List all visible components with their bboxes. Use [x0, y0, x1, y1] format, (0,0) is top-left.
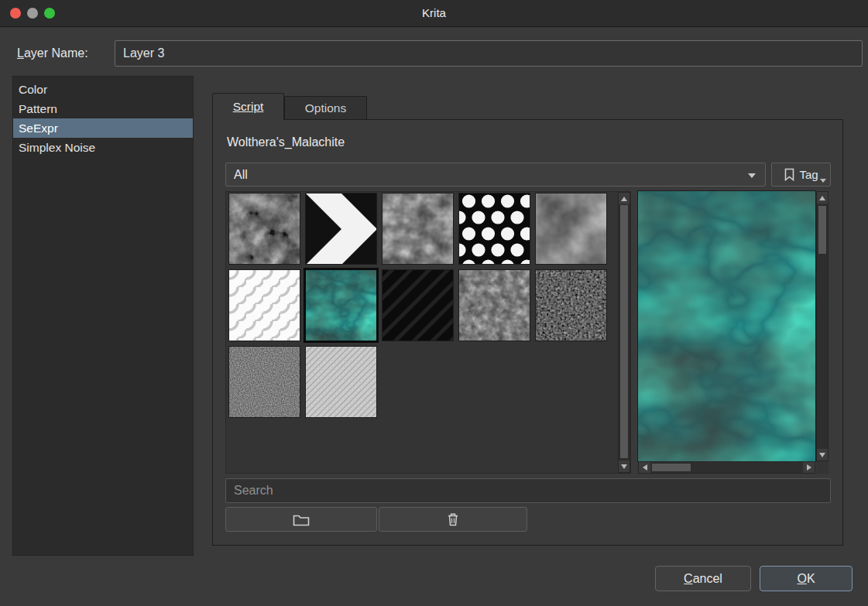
pattern-preview-pane: [638, 191, 829, 474]
preview-horizontal-scrollbar[interactable]: [638, 461, 815, 474]
layer-name-label: Layer Name:: [17, 40, 88, 67]
tab-script[interactable]: Script: [212, 93, 284, 120]
tab-script-label: Script: [233, 100, 264, 113]
list-item-pattern[interactable]: Pattern: [13, 99, 193, 118]
scroll-right-button[interactable]: [803, 462, 815, 473]
scrollbar-thumb[interactable]: [651, 463, 691, 472]
pattern-thumbnail-6[interactable]: [229, 270, 300, 341]
tab-options-label: Options: [305, 101, 346, 115]
titlebar: Krita: [0, 0, 868, 27]
tab-options[interactable]: Options: [284, 96, 367, 120]
list-item-seexpr[interactable]: SeExpr: [13, 118, 193, 138]
pattern-thumbnail-selected-malachite[interactable]: [306, 270, 376, 341]
list-item-color[interactable]: Color: [13, 80, 193, 99]
pattern-thumbnail-1[interactable]: [229, 193, 300, 264]
delete-resource-button[interactable]: [379, 507, 527, 532]
pattern-thumbnail-4[interactable]: [459, 193, 530, 264]
pattern-thumbnail-12[interactable]: [306, 347, 376, 417]
scrollbar-thumb[interactable]: [619, 204, 629, 459]
pattern-thumbnail-10[interactable]: [536, 270, 606, 341]
bookmark-icon: [784, 168, 795, 181]
window-title: Krita: [0, 0, 868, 26]
layer-name-input[interactable]: [115, 40, 863, 67]
pattern-thumbnail-8[interactable]: [383, 270, 453, 341]
folder-icon: [293, 512, 310, 526]
cancel-button[interactable]: Cancel: [655, 566, 751, 591]
tag-filter-value: All: [234, 168, 248, 181]
pattern-thumbnail-9[interactable]: [459, 270, 530, 341]
preview-vertical-scrollbar[interactable]: [816, 191, 829, 461]
tag-filter-combobox[interactable]: All: [225, 163, 766, 187]
scroll-down-button[interactable]: [817, 449, 828, 460]
pattern-preview-image: [638, 191, 815, 461]
ok-button[interactable]: OK: [760, 566, 853, 591]
pattern-thumbnail-11[interactable]: [229, 347, 300, 417]
seexpr-script-panel: Wolthera's_Malachite All Tag: [212, 119, 843, 546]
scrollbar-thumb[interactable]: [818, 205, 827, 255]
scroll-up-button[interactable]: [817, 192, 828, 204]
scroll-left-button[interactable]: [639, 462, 650, 473]
krita-dialog-window: Krita Layer Name: Color Pattern SeExpr S…: [0, 0, 868, 606]
pattern-thumbnail-3[interactable]: [383, 193, 453, 264]
pattern-grid: [225, 191, 631, 474]
scroll-down-button[interactable]: [619, 460, 630, 472]
pattern-thumbnail-5[interactable]: [536, 193, 606, 264]
scrollbar-corner: [816, 461, 829, 474]
chevron-down-icon: [820, 179, 826, 183]
tag-button[interactable]: Tag: [771, 163, 831, 187]
tag-button-label: Tag: [799, 168, 818, 181]
search-input[interactable]: [225, 478, 831, 503]
trash-icon: [447, 512, 459, 526]
generator-list: Color Pattern SeExpr Simplex Noise: [12, 76, 194, 556]
import-resource-button[interactable]: [225, 507, 377, 532]
pattern-thumbnail-2[interactable]: [306, 193, 376, 264]
grid-vertical-scrollbar[interactable]: [618, 192, 630, 473]
list-item-simplex-noise[interactable]: Simplex Noise: [13, 138, 193, 157]
chevron-down-icon: [748, 173, 756, 178]
selected-pattern-name: Wolthera's_Malachite: [227, 135, 345, 149]
scroll-up-button[interactable]: [619, 193, 630, 204]
